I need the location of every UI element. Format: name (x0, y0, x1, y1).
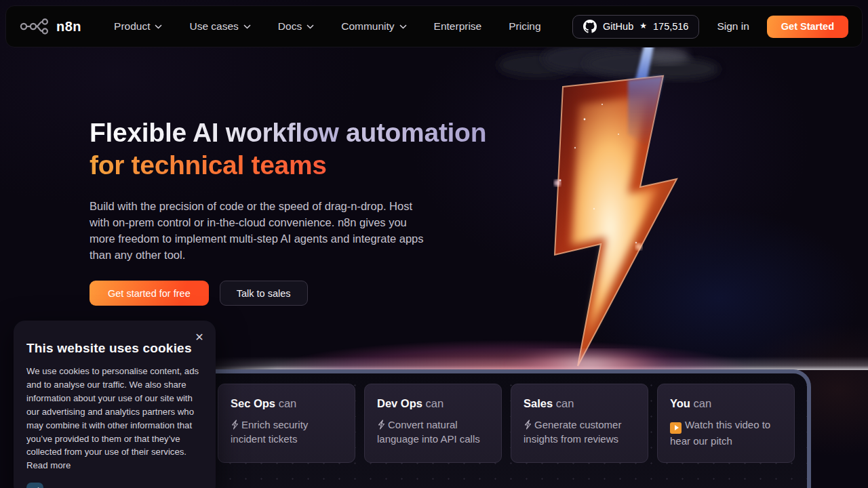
card-title: Dev Ops can (377, 397, 489, 410)
cookie-body: We use cookies to personalise content, a… (26, 366, 199, 457)
hero-cta-group: Get started for free Talk to sales (90, 281, 308, 306)
read-more-link[interactable]: Read more (26, 460, 71, 470)
card-title: Sales can (524, 397, 635, 410)
nav-item-label: Pricing (509, 20, 540, 33)
nav-item-label: Enterprise (434, 20, 482, 33)
nav-item-use-cases[interactable]: Use cases (180, 15, 260, 38)
nav-item-label: Use cases (189, 20, 238, 33)
github-label: GitHub (603, 21, 633, 32)
hero-description: Build with the precision of code or the … (90, 198, 426, 263)
nav-item-label: Docs (278, 20, 302, 33)
card-text: Watch this video to hear our pitch (670, 418, 782, 448)
zap-icon (524, 420, 532, 430)
nav-item-product[interactable]: Product (104, 15, 172, 38)
card-title: Sec Ops can (231, 397, 342, 410)
github-stars-button[interactable]: GitHub ★ 175,516 (572, 15, 699, 39)
cookie-consent-dialog: ✕ This website uses cookies We use cooki… (14, 321, 216, 488)
card-title: You can (670, 397, 782, 410)
talk-to-sales-button[interactable]: Talk to sales (220, 281, 308, 306)
cookie-body-text: We use cookies to personalise content, a… (26, 365, 204, 472)
nav-item-docs[interactable]: Docs (269, 15, 323, 38)
chevron-down-icon (399, 24, 407, 29)
strictly-necessary-row: STRICTLY NECESSARY (26, 483, 202, 488)
sign-in-link[interactable]: Sign in (717, 20, 749, 33)
logo-text: n8n (56, 19, 81, 35)
n8n-logo-icon (20, 17, 51, 36)
card-sec-ops[interactable]: Sec Ops can Enrich security incident tic… (218, 384, 355, 463)
get-started-button[interactable]: Get Started (767, 16, 848, 38)
card-dev-ops[interactable]: Dev Ops can Convert natural language int… (364, 384, 502, 463)
chevron-down-icon (243, 24, 251, 29)
cookie-title: This website uses cookies (26, 341, 202, 356)
nav-item-label: Product (114, 20, 150, 33)
close-icon[interactable]: ✕ (192, 330, 207, 345)
card-you[interactable]: You can Watch this video to hear our pit… (657, 384, 795, 463)
lightning-bolt (554, 76, 677, 366)
strictly-necessary-checkbox[interactable] (26, 483, 43, 488)
card-text: Convert natural language into API calls (377, 418, 489, 446)
storm-cloud (498, 43, 719, 80)
zap-icon (377, 420, 385, 430)
card-sales[interactable]: Sales can Generate customer insights fro… (511, 384, 648, 463)
play-icon[interactable] (670, 422, 682, 434)
top-navigation-bar: n8n Product Use cases Docs Community Ent… (5, 5, 863, 47)
hero-title-line2: for technical teams (90, 150, 327, 180)
hero-lightning-artwork (495, 39, 753, 373)
hero-title: Flexible AI workflow automation for tech… (90, 117, 486, 182)
n8n-logo[interactable]: n8n (20, 17, 81, 36)
use-case-cards: Sec Ops can Enrich security incident tic… (218, 384, 795, 463)
get-started-free-button[interactable]: Get started for free (90, 281, 209, 306)
card-text: Generate customer insights from reviews (524, 418, 635, 446)
nav-item-label: Community (341, 20, 394, 33)
chevron-down-icon (155, 24, 162, 29)
star-icon: ★ (639, 21, 647, 30)
zap-icon (231, 420, 239, 430)
nav-right-group: GitHub ★ 175,516 Sign in Get Started (572, 15, 848, 39)
hero-title-line1-accent: automation (346, 118, 486, 147)
chevron-down-icon (307, 24, 314, 29)
card-text: Enrich security incident tickets (231, 418, 342, 446)
primary-nav-links: Product Use cases Docs Community Enterpr… (104, 15, 551, 38)
github-octocat-icon (583, 20, 597, 33)
hero-title-line1-light: Flexible AI workflow (90, 118, 346, 147)
nav-item-enterprise[interactable]: Enterprise (425, 15, 492, 38)
nav-item-community[interactable]: Community (332, 15, 416, 38)
nav-item-pricing[interactable]: Pricing (499, 15, 550, 38)
github-star-count: 175,516 (653, 21, 688, 32)
